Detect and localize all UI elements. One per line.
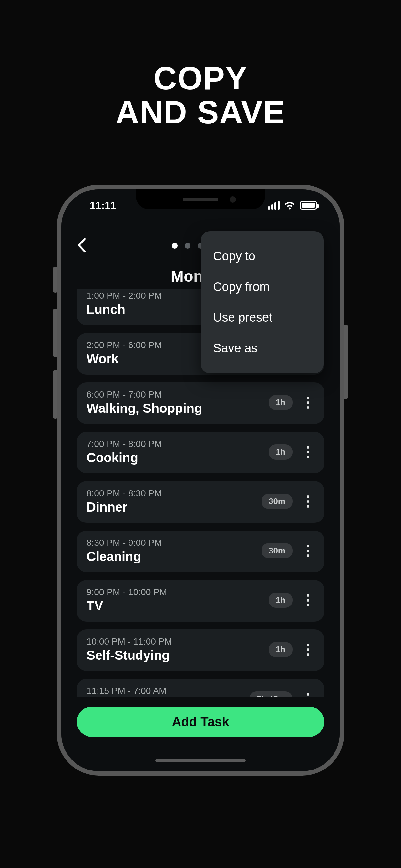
task-options-button[interactable]	[302, 594, 314, 607]
task-time: 8:30 PM - 9:00 PM	[87, 538, 261, 548]
task-time: 6:00 PM - 7:00 PM	[87, 390, 269, 400]
menu-item[interactable]: Use preset	[213, 302, 311, 333]
task-time: 8:00 PM - 8:30 PM	[87, 488, 261, 499]
task-time: 11:15 PM - 7:00 AM	[87, 686, 249, 696]
add-task-label: Add Task	[172, 715, 229, 729]
battery-icon	[300, 201, 317, 210]
menu-item[interactable]: Copy to	[213, 241, 311, 272]
front-camera	[229, 196, 236, 203]
task-info: 8:30 PM - 9:00 PMCleaning	[87, 538, 261, 564]
task-row[interactable]: 10:00 PM - 11:00 PMSelf-Studying1h	[77, 629, 324, 671]
task-title: Walking, Shopping	[87, 401, 269, 415]
task-title: Cleaning	[87, 549, 261, 564]
task-info: 8:00 PM - 8:30 PMDinner	[87, 488, 261, 515]
kebab-icon	[307, 545, 309, 557]
task-row[interactable]: 7:00 PM - 8:00 PMCooking1h	[77, 432, 324, 473]
duration-badge: 1h	[269, 593, 292, 608]
task-time: 10:00 PM - 11:00 PM	[87, 637, 269, 647]
promo-line-2: AND SAVE	[116, 94, 285, 130]
notch	[136, 189, 265, 209]
kebab-icon	[307, 446, 309, 458]
task-title: TV	[87, 599, 269, 613]
add-task-button[interactable]: Add Task	[77, 707, 324, 737]
volume-up-button	[53, 309, 58, 357]
power-button	[343, 325, 348, 399]
menu-item[interactable]: Copy from	[213, 272, 311, 302]
status-right	[268, 201, 317, 210]
kebab-icon	[307, 693, 309, 697]
task-info: 9:00 PM - 10:00 PMTV	[87, 587, 269, 613]
task-row[interactable]: 9:00 PM - 10:00 PMTV1h	[77, 580, 324, 622]
status-time: 11:11	[90, 199, 116, 212]
task-options-button[interactable]	[302, 446, 314, 458]
task-options-button[interactable]	[302, 397, 314, 409]
pager-dot[interactable]	[185, 243, 190, 249]
duration-badge: 1h	[269, 642, 292, 657]
task-title: Self-Studying	[87, 648, 269, 662]
kebab-icon	[307, 644, 309, 656]
task-row[interactable]: 8:00 PM - 8:30 PMDinner30m	[77, 481, 324, 523]
task-info: 10:00 PM - 11:00 PMSelf-Studying	[87, 637, 269, 662]
task-info: 11:15 PM - 7:00 AMSleep	[87, 686, 249, 697]
duration-badge: 30m	[261, 494, 292, 509]
task-info: 7:00 PM - 8:00 PMCooking	[87, 439, 269, 465]
kebab-icon	[307, 495, 309, 507]
phone-frame: 11:11 Monday 1:00 PM - 2:00 PMLunch2:00 …	[57, 185, 344, 776]
context-menu: Copy toCopy fromUse presetSave as	[201, 231, 323, 373]
task-title: Cooking	[87, 451, 269, 465]
task-row[interactable]: 8:30 PM - 9:00 PMCleaning30m	[77, 531, 324, 572]
task-row[interactable]: 11:15 PM - 7:00 AMSleep7h 45m	[77, 679, 324, 697]
task-options-button[interactable]	[302, 693, 314, 697]
duration-badge: 30m	[261, 543, 292, 558]
task-time: 7:00 PM - 8:00 PM	[87, 439, 269, 449]
volume-down-button	[53, 370, 58, 418]
task-options-button[interactable]	[302, 545, 314, 557]
cellular-signal-icon	[268, 201, 280, 210]
kebab-icon	[307, 594, 309, 607]
promo-line-1: COPY	[153, 60, 247, 96]
task-time: 9:00 PM - 10:00 PM	[87, 587, 269, 597]
speaker-grille	[183, 197, 218, 202]
duration-badge: 7h 45m	[249, 691, 292, 697]
task-row[interactable]: 6:00 PM - 7:00 PMWalking, Shopping1h	[77, 382, 324, 424]
mute-switch	[53, 267, 58, 292]
promo-title: COPY AND SAVE	[0, 61, 401, 129]
menu-item[interactable]: Save as	[213, 333, 311, 364]
home-indicator[interactable]	[155, 759, 246, 762]
wifi-icon	[284, 201, 295, 210]
phone-screen: 11:11 Monday 1:00 PM - 2:00 PMLunch2:00 …	[61, 189, 340, 771]
task-info: 6:00 PM - 7:00 PMWalking, Shopping	[87, 390, 269, 415]
task-options-button[interactable]	[302, 495, 314, 507]
duration-badge: 1h	[269, 395, 292, 410]
pager-dot[interactable]	[172, 243, 178, 249]
duration-badge: 1h	[269, 444, 292, 460]
back-button[interactable]	[77, 238, 86, 252]
kebab-icon	[307, 397, 309, 409]
task-title: Dinner	[87, 500, 261, 515]
task-options-button[interactable]	[302, 644, 314, 656]
